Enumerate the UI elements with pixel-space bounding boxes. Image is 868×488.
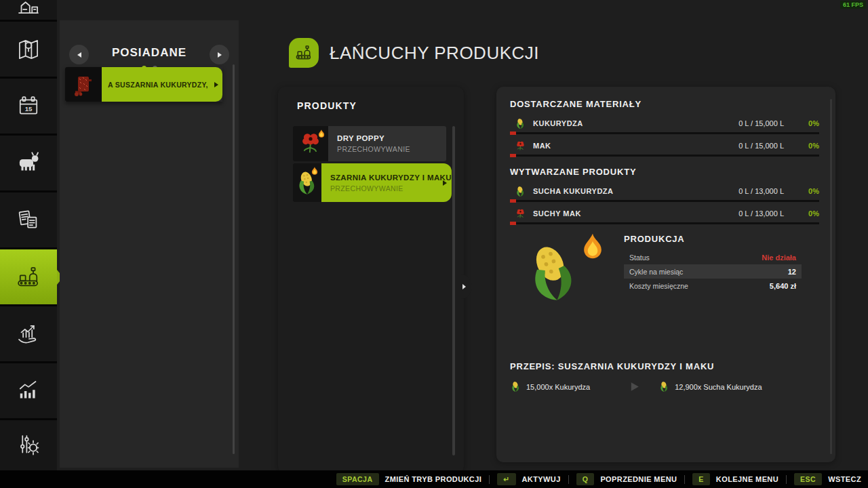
material-amount: 0 L / 15,000 L (738, 142, 784, 150)
fps-counter: 61 FPS (840, 1, 866, 9)
owned-item-label-wrap: A SUSZARNIA KUKURYDZY, MA (102, 67, 222, 102)
shortcut-label: AKTYWUJ (522, 475, 561, 483)
material-amount: 0 L / 13,000 L (738, 187, 784, 195)
sidebar-item-contracts[interactable] (0, 192, 57, 247)
shortcut-next-menu[interactable]: E KOLEJNE MENU (692, 473, 778, 485)
arrow-right-icon (628, 380, 641, 393)
fill-level-bar (510, 200, 819, 202)
products-scrollbar[interactable] (452, 126, 455, 455)
divider (684, 475, 685, 484)
key-badge-enter[interactable]: ↵ (497, 473, 515, 485)
dried-corn-icon (515, 186, 526, 197)
cow-icon (14, 149, 43, 178)
status-value: Nie działa (762, 253, 796, 262)
next-page-button[interactable] (210, 45, 229, 64)
recipe-title: PRZEPIS: SUSZARNIA KUKURYDZY I MAKU (510, 361, 819, 371)
products-title: PRODUKTY (297, 100, 357, 111)
sidebar-item-settings[interactable] (0, 420, 57, 470)
svg-text:15: 15 (25, 105, 33, 113)
dryer-thumbnail (65, 67, 102, 102)
flame-icon (578, 230, 608, 262)
production-chains-screen: 61 FPS 15 (0, 0, 868, 488)
material-name: SUCHA KUKURYDZA (533, 187, 738, 195)
recipe-row: 15,000x Kukurydza 12,900x Sucha Kukurydz… (510, 380, 819, 393)
shortcut-previous-menu[interactable]: Q POPRZEDNIE MENU (576, 473, 677, 485)
sidebar-item-animals[interactable] (0, 136, 57, 190)
material-row: MAK 0 L / 15,000 L 0% (510, 138, 819, 154)
corn-icon (515, 118, 526, 129)
sidebar-item-statistics[interactable] (0, 363, 57, 418)
key-badge-e[interactable]: E (692, 473, 710, 485)
material-name: MAK (533, 142, 738, 150)
production-info: PRODUKCJA Status Nie działa Cykle na mie… (624, 234, 802, 314)
table-row-status: Status Nie działa (624, 250, 802, 264)
sidebar-item-finances[interactable] (0, 306, 57, 361)
key-badge-space[interactable]: SPACJA (336, 473, 379, 485)
shortcut-label: KOLEJNE MENU (716, 475, 778, 483)
shortcut-change-production-mode[interactable]: SPACJA ZMIEŃ TRYB PRODUKCJI (336, 473, 481, 485)
shortcut-label: WSTECZ (828, 475, 861, 483)
product-item-body: SZARNIA KUKURYDZY I MAKU PRZECHOWYWANIE (321, 163, 452, 202)
products-panel: PRODUKTY DRY POPPY PRZECHOWYWANIE SZA (278, 87, 464, 473)
product-name: SZARNIA KUKURYDZY I MAKU (330, 174, 452, 182)
arrow-left-icon (77, 52, 81, 58)
dryer-machine-icon (70, 71, 97, 98)
sidebar-item-farm[interactable] (0, 0, 57, 20)
material-name: SUCHY MAK (533, 209, 738, 218)
shortcut-activate[interactable]: ↵ AKTYWUJ (497, 473, 561, 485)
products-list: DRY POPPY PRZECHOWYWANIE SZARNIA KUKURYD… (293, 126, 446, 204)
poppy-icon (515, 140, 526, 152)
owned-scrollbar[interactable] (233, 64, 235, 454)
recipe-input-text: 15,000x Kukurydza (526, 383, 590, 391)
product-subtitle: PRZECHOWYWANIE (337, 145, 446, 153)
production-chains-badge (289, 38, 319, 68)
production-section: PRODUKCJA Status Nie działa Cykle na mie… (510, 234, 819, 314)
page-header: ŁAŃCUCHY PRODUKCJI (289, 38, 539, 68)
material-row: SUCHY MAK 0 L / 13,000 L 0% (510, 205, 819, 222)
shortcut-back[interactable]: ESC WSTECZ (794, 473, 861, 485)
material-row: KUKURYDZA 0 L / 15,000 L 0% (510, 115, 819, 131)
table-row-cycles: Cykle na miesiąc 12 (624, 264, 802, 279)
outputs-title: WYTWARZANE PRODUKTY (510, 167, 819, 177)
contracts-icon (14, 206, 43, 235)
product-item-corn-poppy-dryer[interactable]: SZARNIA KUKURYDZY I MAKU PRZECHOWYWANIE (293, 163, 452, 202)
inputs-title: DOSTARCZANE MATERIAŁY (510, 99, 819, 109)
material-amount: 0 L / 15,000 L (738, 119, 784, 127)
row-label: Status (629, 253, 762, 262)
dried-corn-icon (658, 381, 670, 392)
expand-details-tab[interactable] (457, 274, 471, 299)
owned-item-label: A SUSZARNIA KUKURYDZY, MA (108, 81, 210, 89)
main-menu-sidebar: 15 (0, 0, 57, 470)
cycles-value: 12 (788, 268, 796, 276)
production-chains-icon (294, 43, 314, 63)
sidebar-item-calendar[interactable]: 15 (0, 79, 57, 134)
product-subtitle: PRZECHOWYWANIE (330, 184, 452, 192)
map-icon (14, 35, 43, 64)
details-scrollbar[interactable] (830, 99, 832, 454)
table-row-costs: Koszty miesięczne 5,640 zł (624, 279, 802, 293)
material-amount: 0 L / 13,000 L (738, 209, 784, 218)
arrow-right-icon (462, 284, 466, 289)
owned-production-item[interactable]: A SUSZARNIA KUKURYDZY, MA (65, 67, 222, 102)
key-badge-esc[interactable]: ESC (794, 473, 822, 485)
fill-level-bar (510, 222, 819, 224)
recipe-input: 15,000x Kukurydza (510, 381, 590, 392)
corn-thumbnail (293, 163, 321, 202)
key-badge-q[interactable]: Q (576, 473, 595, 485)
costs-value: 5,640 zł (770, 282, 796, 290)
material-row: SUCHA KUKURYDZA 0 L / 13,000 L 0% (510, 183, 819, 199)
corn-icon (510, 381, 521, 392)
sidebar-item-map[interactable] (0, 22, 57, 77)
recipe-output: 12,900x Sucha Kukurydza (658, 381, 762, 392)
divider (786, 475, 787, 484)
shortcut-label: ZMIEŃ TRYB PRODUKCJI (385, 475, 482, 483)
fill-level-bar (510, 132, 819, 134)
sidebar-item-production[interactable] (0, 249, 57, 304)
prev-page-button[interactable] (69, 45, 89, 64)
production-title: PRODUKCJA (624, 234, 802, 244)
material-percent: 0% (784, 142, 819, 150)
product-item-dry-poppy[interactable]: DRY POPPY PRZECHOWYWANIE (293, 126, 446, 161)
page-title: ŁAŃCUCHY PRODUKCJI (330, 43, 539, 64)
flame-icon (317, 129, 326, 138)
row-label: Koszty miesięczne (629, 282, 770, 290)
